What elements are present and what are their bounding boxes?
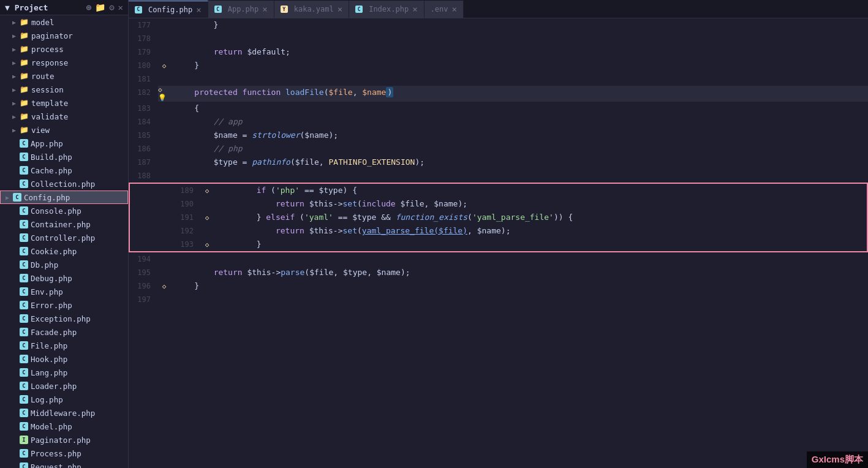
line-content: }: [170, 59, 868, 72]
folder-response[interactable]: ▶ 📁 response: [0, 56, 128, 69]
folder-session[interactable]: ▶ 📁 session: [0, 83, 128, 96]
file-debug[interactable]: C Debug.php: [0, 271, 128, 285]
tab-close-icon[interactable]: ×: [196, 6, 201, 14]
c-file-icon: C: [20, 179, 28, 188]
spacer: [12, 181, 20, 187]
tab-index[interactable]: C Index.php ×: [349, 1, 424, 18]
folder-icon: 📁: [20, 126, 29, 134]
line-gutter: [158, 32, 170, 45]
file-collection[interactable]: C Collection.php: [0, 177, 128, 191]
tab-label: Config.php: [148, 6, 192, 14]
line-gutter: ◇ 💡: [158, 86, 170, 102]
tab-close-icon[interactable]: ×: [262, 5, 267, 13]
file-build[interactable]: C Build.php: [0, 150, 128, 164]
folder-paginator[interactable]: ▶ 📁 paginator: [0, 29, 128, 42]
file-container[interactable]: C Container.php: [0, 217, 128, 231]
file-console[interactable]: C Console.php: [0, 204, 128, 217]
c-file-icon: C: [20, 409, 28, 417]
file-env[interactable]: C Env.php: [0, 285, 128, 298]
c-file-icon: C: [20, 206, 28, 215]
file-label: Cookie.php: [31, 247, 77, 256]
file-config[interactable]: ▶ C Config.php: [0, 191, 128, 204]
arrow-icon: ▶: [12, 59, 20, 66]
folder-template[interactable]: ▶ 📁 template: [0, 96, 128, 110]
line-number: 189: [172, 184, 201, 197]
line-gutter: [158, 102, 170, 115]
file-middleware[interactable]: C Middleware.php: [0, 406, 128, 420]
i-file-icon: I: [20, 436, 28, 444]
file-label: Config.php: [24, 193, 70, 202]
c-file-icon: C: [20, 153, 28, 161]
line-content: [170, 169, 868, 183]
arrow-icon: ▶: [12, 113, 20, 120]
code-line-178: 178: [129, 32, 868, 45]
settings-icon[interactable]: ⚙: [109, 2, 114, 12]
line-content: $name = strtolower($name);: [170, 129, 868, 142]
spacer: [12, 221, 20, 228]
folder-label: response: [31, 58, 68, 67]
file-facade[interactable]: C Facade.php: [0, 325, 128, 339]
file-controller[interactable]: C Controller.php: [0, 231, 128, 244]
line-number: 187: [129, 156, 158, 169]
file-cache[interactable]: C Cache.php: [0, 164, 128, 177]
code-editor[interactable]: 177 } 178 179 return $default; 180 ◇ } 1: [129, 18, 868, 468]
tab-close-icon[interactable]: ×: [338, 5, 342, 13]
file-db[interactable]: C Db.php: [0, 258, 128, 271]
line-content: }: [213, 238, 867, 251]
line-gutter: [158, 115, 170, 129]
spacer: [12, 464, 20, 469]
c-file-icon: C: [20, 422, 28, 431]
file-file[interactable]: C File.php: [0, 339, 128, 352]
folder-view[interactable]: ▶ 📁 view: [0, 123, 128, 137]
folder-icon: 📁: [20, 58, 29, 67]
code-line-181: 181: [129, 72, 868, 86]
arrow-icon: ▶: [12, 86, 20, 93]
line-number: 192: [172, 224, 201, 238]
folder-process[interactable]: ▶ 📁 process: [0, 42, 128, 56]
line-content: {: [170, 102, 868, 115]
file-hook[interactable]: C Hook.php: [0, 352, 128, 366]
tab-app[interactable]: C App.php ×: [208, 1, 274, 18]
file-label: Process.php: [31, 449, 81, 458]
line-gutter: [158, 45, 170, 59]
close-sidebar-icon[interactable]: ✕: [118, 2, 123, 12]
tab-env[interactable]: .env ×: [425, 1, 464, 18]
folder-validate[interactable]: ▶ 📁 validate: [0, 110, 128, 123]
spacer: [12, 235, 20, 241]
file-model[interactable]: C Model.php: [0, 420, 128, 433]
folder-model[interactable]: ▶ 📁 model: [0, 15, 128, 29]
c-file-icon: C: [20, 301, 28, 309]
file-app[interactable]: C App.php: [0, 137, 128, 150]
code-line-190: 190 return $this->set(include $file, $na…: [172, 197, 867, 211]
c-file-icon: C: [20, 382, 28, 390]
folder-route[interactable]: ▶ 📁 route: [0, 69, 128, 83]
new-file-icon[interactable]: ⊕: [86, 2, 91, 12]
spacer: [12, 275, 20, 282]
c-file-icon: C: [20, 341, 28, 350]
file-cookie[interactable]: C Cookie.php: [0, 244, 128, 258]
branding-overlay: GxIcms脚本: [807, 451, 868, 468]
c-file-icon: C: [20, 247, 28, 255]
file-lang[interactable]: C Lang.php: [0, 366, 128, 379]
file-request[interactable]: C Request.php: [0, 460, 128, 468]
c-file-icon: C: [20, 139, 28, 148]
file-tree: ▶ 📁 model ▶ 📁 paginator ▶ 📁 process ▶ 📁 …: [0, 15, 128, 468]
file-label: Db.php: [31, 260, 58, 270]
folder-icon: 📁: [20, 85, 29, 94]
file-error[interactable]: C Error.php: [0, 298, 128, 312]
file-log[interactable]: C Log.php: [0, 393, 128, 406]
c-file-icon: C: [20, 368, 28, 377]
file-exception[interactable]: C Exception.php: [0, 312, 128, 325]
tab-close-icon[interactable]: ×: [452, 5, 457, 13]
line-number: 179: [129, 45, 158, 59]
line-gutter: [158, 18, 170, 32]
editor-main: C Config.php × C App.php × Y kaka.yaml ×…: [129, 0, 868, 468]
tab-kaka[interactable]: Y kaka.yaml ×: [274, 1, 349, 18]
folder-label: process: [31, 45, 64, 54]
tab-close-icon[interactable]: ×: [412, 5, 417, 13]
new-folder-icon[interactable]: 📁: [95, 2, 105, 12]
file-process[interactable]: C Process.php: [0, 447, 128, 460]
tab-config[interactable]: C Config.php ×: [129, 1, 208, 18]
file-paginator[interactable]: I Paginator.php: [0, 433, 128, 447]
file-loader[interactable]: C Loader.php: [0, 379, 128, 393]
